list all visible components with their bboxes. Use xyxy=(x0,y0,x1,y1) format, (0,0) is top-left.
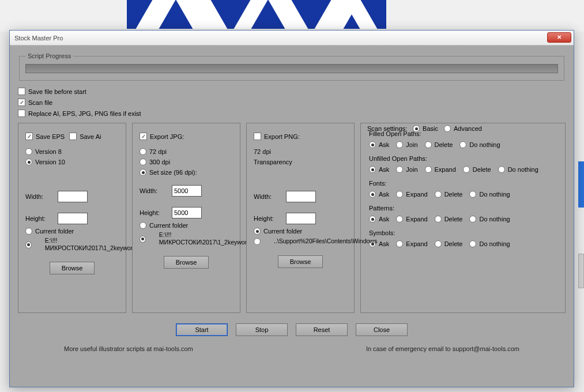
browse-button-png[interactable]: Browse xyxy=(278,255,323,268)
browse-button-jpg[interactable]: Browse xyxy=(164,256,209,269)
radio-fonts-ask[interactable]: Ask xyxy=(369,191,389,198)
radio-patterns-delete[interactable]: Delete xyxy=(435,216,463,223)
radio-jpg-300dpi[interactable]: 300 dpi xyxy=(140,159,170,165)
checkbox-save-before-start[interactable]: Save file before start xyxy=(18,88,86,95)
radio-filled-join[interactable]: Join xyxy=(396,141,417,148)
radio-icon xyxy=(469,216,476,223)
radio-label: Ask xyxy=(379,191,389,198)
radio-label: Delete xyxy=(473,166,491,173)
radio-jpg-72dpi[interactable]: 72 dpi xyxy=(140,148,167,155)
fonts-title: Fonts: xyxy=(369,180,557,187)
radio-label: Do nothing xyxy=(479,191,510,198)
radio-scan-advanced[interactable]: Advanced xyxy=(444,125,482,132)
radio-png-custom-folder[interactable]: ..\Support%20Files\Contents\Windows xyxy=(254,238,377,245)
close-icon[interactable]: ✕ xyxy=(547,32,571,43)
radio-label: Ask xyxy=(379,240,389,247)
png-width-input[interactable] xyxy=(286,191,316,202)
radio-unfilled-expand[interactable]: Expand xyxy=(425,166,456,173)
checkbox-label: Replace AI, EPS, JPG, PNG files if exist xyxy=(28,110,141,117)
checkbox-export-jpg[interactable]: ✓ Export JPG: xyxy=(140,133,184,140)
radio-icon xyxy=(25,242,32,248)
jpg-width-input[interactable] xyxy=(172,185,202,197)
radio-patterns-ask[interactable]: Ask xyxy=(369,216,389,223)
radio-icon xyxy=(444,125,451,132)
radio-icon xyxy=(25,228,32,235)
radio-icon xyxy=(425,141,432,148)
start-button[interactable]: Start xyxy=(176,323,228,336)
radio-label: Expand xyxy=(435,166,456,173)
progress-legend: Script Progress xyxy=(25,52,73,59)
radio-patterns-nothing[interactable]: Do nothing xyxy=(469,216,510,223)
radio-png-current-folder[interactable]: Current folder xyxy=(254,228,302,235)
radio-icon xyxy=(140,222,146,229)
side-decoration-gray xyxy=(578,254,584,288)
radio-label: Current folder xyxy=(263,228,302,235)
radio-label: Delete xyxy=(444,216,463,223)
eps-height-input[interactable] xyxy=(58,213,88,224)
radio-eps-current-folder[interactable]: Current folder xyxy=(25,228,74,235)
stop-button[interactable]: Stop xyxy=(236,323,288,336)
radio-icon xyxy=(396,141,403,148)
radio-label: Expand xyxy=(406,240,427,247)
radio-label: 300 dpi xyxy=(149,159,170,165)
browse-button-eps[interactable]: Browse xyxy=(50,262,95,274)
radio-jpg-set-size[interactable]: Set size (96 dpi): xyxy=(140,169,197,176)
checkbox-label: Export PNG: xyxy=(264,133,300,140)
radio-icon xyxy=(463,166,470,173)
reset-button[interactable]: Reset xyxy=(296,323,348,336)
png-72dpi-label: 72 dpi xyxy=(254,148,271,155)
panel-jpg: ✓ Export JPG: 72 dpi 300 dpi xyxy=(132,123,240,313)
radio-icon xyxy=(140,159,146,165)
checkbox-save-ai[interactable]: Save Ai xyxy=(69,133,101,140)
radio-fonts-delete[interactable]: Delete xyxy=(435,191,463,198)
radio-jpg-custom-folder[interactable]: E:\!!!МИКРОСТОКИ\2017\1_2keyword xyxy=(140,232,251,246)
radio-filled-delete[interactable]: Delete xyxy=(425,141,453,148)
png-height-input[interactable] xyxy=(286,213,316,224)
radio-jpg-current-folder[interactable]: Current folder xyxy=(140,222,188,229)
checkbox-icon xyxy=(254,133,261,140)
checkbox-icon xyxy=(18,110,25,117)
radio-icon xyxy=(396,240,403,247)
jpg-height-label: Height: xyxy=(140,209,167,216)
radio-symbols-delete[interactable]: Delete xyxy=(435,240,463,247)
titlebar[interactable]: Stock Master Pro ✕ xyxy=(10,31,574,46)
dialog-window: Stock Master Pro ✕ Script Progress Save … xyxy=(9,30,574,387)
radio-symbols-expand[interactable]: Expand xyxy=(396,240,427,247)
radio-unfilled-ask[interactable]: Ask xyxy=(369,166,389,173)
jpg-height-input[interactable] xyxy=(172,207,202,218)
radio-filled-ask[interactable]: Ask xyxy=(369,141,389,148)
radio-fonts-nothing[interactable]: Do nothing xyxy=(469,191,510,198)
radio-icon xyxy=(435,191,442,198)
progress-bar xyxy=(25,64,558,73)
progress-fieldset: Script Progress xyxy=(19,52,564,81)
radio-unfilled-delete[interactable]: Delete xyxy=(463,166,491,173)
radio-scan-basic[interactable]: Basic xyxy=(413,125,438,132)
checkbox-save-eps[interactable]: ✓ Save EPS xyxy=(25,133,65,140)
radio-icon xyxy=(254,228,261,235)
side-decoration-blue xyxy=(578,161,584,208)
radio-eps-custom-folder[interactable]: E:\!!!МИКРОСТОКИ\2017\1_2keyword xyxy=(25,238,137,251)
checkbox-scan-file[interactable]: ✓ Scan file xyxy=(18,99,52,106)
panel-scan-settings: Filled Open Paths: Ask Join Delete Do no… xyxy=(360,123,566,313)
radio-eps-version8[interactable]: Version 8 xyxy=(25,148,62,155)
radio-label: Do nothing xyxy=(479,240,510,247)
png-transparency-label: Transparency xyxy=(254,159,292,165)
eps-path: E:\!!!МИКРОСТОКИ\2017\1_2keyword xyxy=(45,237,137,251)
radio-icon xyxy=(25,159,32,165)
radio-fonts-expand[interactable]: Expand xyxy=(396,191,427,198)
radio-patterns-expand[interactable]: Expand xyxy=(396,216,427,223)
checkbox-export-png[interactable]: Export PNG: xyxy=(254,133,300,140)
checkbox-replace-files[interactable]: Replace AI, EPS, JPG, PNG files if exist xyxy=(18,110,141,117)
radio-symbols-nothing[interactable]: Do nothing xyxy=(469,240,510,247)
eps-width-input[interactable] xyxy=(58,191,88,202)
radio-filled-nothing[interactable]: Do nothing xyxy=(459,141,500,148)
radio-icon xyxy=(369,166,376,173)
close-button[interactable]: Close xyxy=(356,323,408,336)
radio-label: Do nothing xyxy=(469,141,500,148)
radio-icon xyxy=(425,166,432,173)
radio-unfilled-join[interactable]: Join xyxy=(396,166,417,173)
radio-unfilled-nothing[interactable]: Do nothing xyxy=(498,166,538,173)
png-height-label: Height: xyxy=(254,215,281,222)
window-title: Stock Master Pro xyxy=(14,35,63,42)
radio-eps-version10[interactable]: Version 10 xyxy=(25,159,65,165)
